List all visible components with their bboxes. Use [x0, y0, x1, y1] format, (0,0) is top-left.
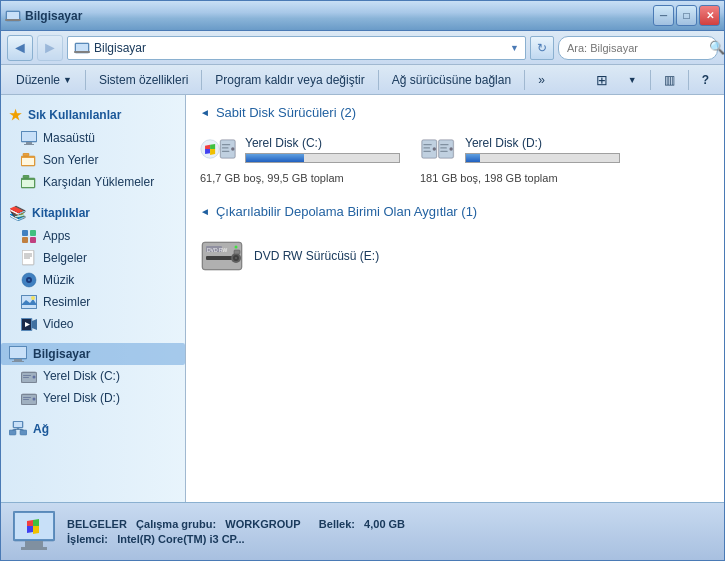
sidebar-item-belgeler[interactable]: Belgeler [1, 247, 185, 269]
svg-rect-68 [423, 147, 430, 148]
sidebar-item-muzik[interactable]: Müzik [1, 269, 185, 291]
library-icon: 📚 [9, 205, 26, 221]
more-label: » [538, 73, 545, 87]
toolbar-right: ⊞ ▼ ▥ ? [587, 68, 718, 92]
sidebar-item-karsidan[interactable]: Karşıdan Yüklemeler [1, 171, 185, 193]
network-header[interactable]: Ağ [1, 417, 185, 441]
svg-rect-5 [74, 51, 90, 53]
svg-rect-9 [24, 144, 34, 145]
svg-point-72 [449, 147, 452, 150]
help-button[interactable]: ? [693, 68, 718, 92]
disk-d-bar [466, 154, 480, 162]
disk-d-info: Yerel Disk (D:) [465, 136, 620, 163]
duzenle-button[interactable]: Düzenle ▼ [7, 68, 81, 92]
yerel-c-label: Yerel Disk (C:) [43, 369, 120, 383]
minimize-button[interactable]: ─ [653, 5, 674, 26]
svg-rect-7 [22, 132, 36, 141]
separator-4 [524, 70, 525, 90]
program-button[interactable]: Program kaldır veya değiştir [206, 68, 373, 92]
sidebar-item-resimler[interactable]: Resimler [1, 291, 185, 313]
address-dropdown-arrow[interactable]: ▼ [510, 43, 519, 53]
disk-c-bar-container [245, 153, 400, 163]
address-dropdown[interactable]: Bilgisayar ▼ [67, 36, 526, 60]
search-input[interactable] [567, 42, 705, 54]
svg-text:DVD RW: DVD RW [207, 247, 227, 253]
back-button[interactable]: ◄ [7, 35, 33, 61]
sidebar-item-son-yerler[interactable]: Son Yerler [1, 149, 185, 171]
search-box[interactable]: 🔍 [558, 36, 718, 60]
sidebar-item-yerel-d[interactable]: Yerel Disk (D:) [1, 387, 185, 409]
bilgisayar-label: Bilgisayar [33, 347, 90, 361]
status-info: BELGELER Çalışma grubu: WORKGROUP Bellek… [67, 518, 712, 545]
sidebar-item-yerel-c[interactable]: Yerel Disk (C:) [1, 365, 185, 387]
sidebar-item-masaustu[interactable]: Masaüstü [1, 127, 185, 149]
dvd-item[interactable]: DVD RW DVD RW Sürücüsü (E:) [200, 229, 710, 283]
svg-rect-51 [14, 422, 22, 427]
disk-d-icon-large [420, 130, 457, 168]
svg-marker-33 [32, 319, 37, 330]
dvd-label: DVD RW Sürücüsü (E:) [254, 249, 379, 263]
separator-2 [201, 70, 202, 90]
refresh-button[interactable]: ↻ [530, 36, 554, 60]
forward-button[interactable]: ► [37, 35, 63, 61]
more-button[interactable]: » [529, 68, 554, 92]
bilgisayar-icon [9, 346, 27, 362]
desktop-icon [21, 130, 37, 146]
main-window: Bilgisayar ─ □ ✕ ◄ ► Bilgisayar ▼ ↻ 🔍 [0, 0, 725, 561]
dvd-icon-large: DVD RW [200, 234, 244, 278]
bellek-label: Bellek: [319, 518, 355, 530]
status-computer-icon [13, 511, 55, 553]
svg-rect-44 [23, 377, 29, 378]
svg-rect-14 [23, 175, 29, 178]
disk-d-item[interactable]: Yerel Disk (D:) 181 GB boş, 198 GB topla… [420, 130, 620, 184]
ag-button[interactable]: Ağ sürücüsüne bağlan [383, 68, 520, 92]
svg-rect-69 [423, 151, 431, 152]
svg-rect-12 [22, 158, 34, 165]
muzik-icon [21, 272, 37, 288]
title-bar-left: Bilgisayar [5, 8, 82, 24]
bilgisayar-header[interactable]: Bilgisayar [1, 343, 185, 365]
separator-1 [85, 70, 86, 90]
network-section: Ağ [1, 417, 185, 441]
address-bar: ◄ ► Bilgisayar ▼ ↻ 🔍 [1, 31, 724, 65]
libraries-header: 📚 Kitaplıklar [1, 201, 185, 225]
disk-c-item[interactable]: Yerel Disk (C:) 61,7 GB boş, 99,5 GB top… [200, 130, 400, 184]
karsidan-label: Karşıdan Yüklemeler [43, 175, 154, 189]
svg-rect-82 [234, 250, 240, 254]
sidebar-item-video[interactable]: Video [1, 313, 185, 335]
sistem-button[interactable]: Sistem özellikleri [90, 68, 197, 92]
separator-3 [378, 70, 379, 90]
content-pane: Sabit Disk Sürücüleri (2) [186, 95, 724, 502]
program-label: Program kaldır veya değiştir [215, 73, 364, 87]
svg-rect-16 [22, 230, 28, 236]
sidebar-item-apps[interactable]: Apps [1, 225, 185, 247]
svg-point-47 [33, 397, 36, 400]
disk-c-icon [21, 368, 37, 384]
disk-grid: Yerel Disk (C:) 61,7 GB boş, 99,5 GB top… [200, 130, 710, 184]
svg-rect-73 [440, 144, 448, 145]
islemci-label: İşlemci: [67, 533, 108, 545]
disk-c-info: Yerel Disk (C:) [245, 136, 400, 163]
duzenle-label: Düzenle [16, 73, 60, 87]
pane-button[interactable]: ▥ [655, 68, 684, 92]
svg-rect-11 [23, 153, 29, 156]
resimler-icon [21, 294, 37, 310]
view-arrow-button[interactable]: ▼ [619, 68, 646, 92]
status-bar: BELGELER Çalışma grubu: WORKGROUP Bellek… [1, 502, 724, 560]
disk-c-label: Yerel Disk (C:) [245, 136, 400, 150]
svg-rect-74 [440, 147, 447, 148]
maximize-button[interactable]: □ [676, 5, 697, 26]
separator-5 [650, 70, 651, 90]
svg-rect-43 [23, 375, 31, 376]
svg-rect-37 [10, 347, 26, 358]
svg-rect-88 [25, 541, 43, 547]
view-grid-button[interactable]: ⊞ [587, 68, 617, 92]
svg-rect-48 [23, 397, 31, 398]
svg-rect-75 [440, 151, 448, 152]
svg-rect-2 [5, 19, 21, 21]
resimler-label: Resimler [43, 295, 90, 309]
svg-rect-53 [20, 430, 27, 435]
svg-point-60 [231, 147, 234, 150]
sistem-label: Sistem özellikleri [99, 73, 188, 87]
close-button[interactable]: ✕ [699, 5, 720, 26]
